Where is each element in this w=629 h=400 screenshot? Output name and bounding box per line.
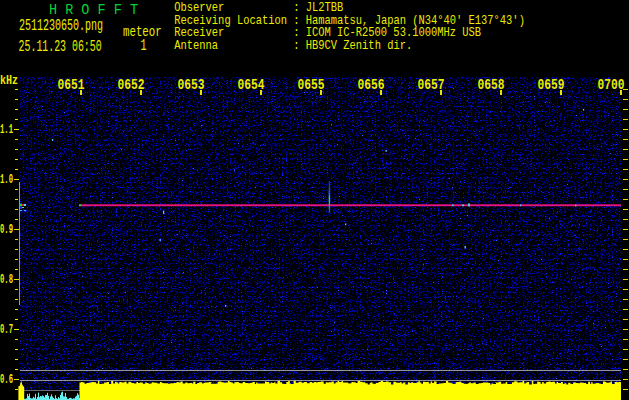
svg-text:25.11.23 06:50: 25.11.23 06:50 <box>19 38 102 56</box>
svg-text:0657: 0657 <box>418 77 445 94</box>
svg-text:1.1: 1.1 <box>0 123 13 137</box>
svg-text:0700: 0700 <box>598 77 625 94</box>
svg-text:Antenna : HB9CV Zen: Antenna : HB9CV Zenith dir. <box>174 38 412 53</box>
svg-text:2511230650.png: 2511230650.png <box>19 17 103 35</box>
svg-text:kHz: kHz <box>0 73 18 88</box>
svg-text:0658: 0658 <box>478 77 505 94</box>
svg-text:1.0: 1.0 <box>0 173 13 187</box>
svg-text:0655: 0655 <box>298 77 325 94</box>
svg-text:0659: 0659 <box>538 77 565 94</box>
svg-text:0651: 0651 <box>58 77 85 94</box>
svg-text:0.9: 0.9 <box>0 223 13 237</box>
svg-text:0.6: 0.6 <box>0 373 13 387</box>
svg-text:1: 1 <box>141 37 147 55</box>
svg-text:0656: 0656 <box>358 77 385 94</box>
svg-text:0.8: 0.8 <box>0 273 13 287</box>
svg-text:H R O F F T: H R O F F T <box>49 2 138 18</box>
svg-text:0652: 0652 <box>118 77 145 94</box>
svg-text:0.7: 0.7 <box>0 323 13 337</box>
svg-text:0653: 0653 <box>178 77 205 94</box>
svg-text:0654: 0654 <box>238 77 265 94</box>
